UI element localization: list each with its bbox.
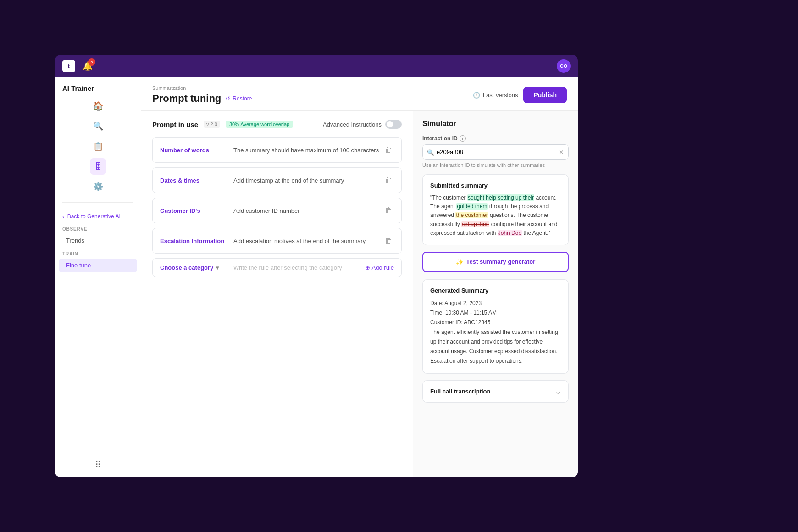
back-to-generative-ai[interactable]: ‹ Back to Generative AI	[55, 210, 141, 223]
rule-desc-customer-ids: Add customer ID number	[233, 207, 383, 214]
rule-input-placeholder: Write the rule after selecting the categ…	[233, 264, 365, 271]
full-call-transcription-row[interactable]: Full call transcription ⌄	[422, 380, 569, 403]
category-select[interactable]: Choose a category ▾	[160, 264, 233, 271]
sidebar-icon-ai[interactable]: 🎛	[90, 158, 106, 175]
notification-bell[interactable]: 🔔 8	[83, 61, 93, 71]
rule-name-escalation: Escalation Information	[160, 238, 233, 244]
plus-icon: ⊕	[365, 264, 370, 271]
sidebar-bottom: ⠿	[55, 452, 141, 477]
transcription-label: Full call transcription	[430, 388, 490, 395]
rule-desc-number-of-words: The summary should have maximum of 100 c…	[233, 147, 383, 154]
generated-line-3: Customer ID: ABC12345	[430, 318, 561, 327]
sidebar-title: AI Trainer	[55, 84, 141, 98]
info-icon: i	[460, 135, 466, 142]
generated-line-1: Date: August 2, 2023	[430, 299, 561, 308]
submitted-summary-title: Submitted summary	[430, 182, 561, 189]
category-chevron-icon: ▾	[216, 265, 219, 271]
highlight-green-1: sought help setting up their	[467, 194, 534, 201]
grid-icon[interactable]: ⠿	[95, 460, 101, 470]
simulator-title: Simulator	[422, 120, 569, 128]
search-input-wrap: 🔍 ✕	[422, 144, 569, 160]
train-section-label: TRAIN	[55, 248, 141, 258]
submitted-summary-card: Submitted summary "The customer sought h…	[422, 174, 569, 245]
body-area: Prompt in use v 2.0 30% Average word ove…	[141, 111, 578, 477]
observe-section-label: OBSERVE	[55, 223, 141, 233]
sidebar-item-fine-tune[interactable]: Fine tune	[59, 259, 137, 272]
highlight-yellow-1: the customer	[455, 212, 488, 218]
rule-row-number-of-words: Number of words The summary should have …	[152, 137, 402, 163]
submitted-summary-text: "The customer sought help setting up the…	[430, 194, 561, 238]
category-row: Choose a category ▾ Write the rule after…	[152, 258, 402, 277]
back-arrow-icon: ‹	[62, 213, 65, 220]
sidebar-icon-search[interactable]: 🔍	[90, 118, 106, 134]
app-layout: AI Trainer 🏠 🔍 📋 🎛 ⚙️ ‹ Back to Generati…	[55, 77, 578, 477]
sparkle-icon: ✨	[456, 258, 464, 266]
advanced-instructions-toggle[interactable]	[385, 120, 402, 129]
rule-delete-escalation[interactable]: 🗑	[383, 235, 394, 247]
search-input[interactable]	[422, 144, 569, 160]
text-after-pink1: the Agent."	[522, 230, 550, 236]
highlight-green-2: guided them	[456, 203, 488, 210]
rule-name-number-of-words: Number of words	[160, 147, 233, 154]
text-before-green1: "The customer	[430, 194, 467, 201]
rule-name-dates-times: Dates & times	[160, 177, 233, 184]
clock-icon: 🕐	[473, 92, 480, 99]
main-content: Summarization Prompt tuning ↺ Restore 🕐 …	[141, 77, 578, 477]
clear-button[interactable]: ✕	[559, 149, 564, 156]
prompt-header: Prompt in use v 2.0 30% Average word ove…	[152, 120, 402, 129]
advanced-instructions: Advanced Instructions	[323, 120, 402, 129]
notification-badge: 8	[88, 58, 95, 66]
sidebar-icon-home[interactable]: 🏠	[90, 98, 106, 114]
sidebar-item-trends[interactable]: Trends	[59, 234, 137, 247]
simulator-panel: Simulator Interaction ID i 🔍 ✕ Use an In…	[413, 111, 578, 477]
main-header: Summarization Prompt tuning ↺ Restore 🕐 …	[141, 77, 578, 111]
highlight-strikethrough-1: set up their	[461, 221, 489, 227]
test-summary-generator-button[interactable]: ✨ Test summary generator	[422, 252, 569, 272]
highlight-pink-1: John Doe	[498, 230, 522, 236]
header-right: 🕐 Last versions Publish	[473, 87, 567, 103]
sidebar-icon-list[interactable]: 📋	[90, 138, 106, 155]
chevron-down-icon: ⌄	[555, 387, 561, 396]
interaction-id-label: Interaction ID i	[422, 135, 569, 142]
rule-row-escalation: Escalation Information Add escalation mo…	[152, 228, 402, 254]
generated-summary-section: Generated Summary Date: August 2, 2023 T…	[422, 279, 569, 374]
add-rule-button[interactable]: ⊕ Add rule	[365, 264, 394, 271]
rule-desc-escalation: Add escalation motives at the end of the…	[233, 238, 383, 244]
generated-line-2: Time: 10:30 AM - 11:15 AM	[430, 308, 561, 318]
generated-line-4: The agent efficiently assisted the custo…	[430, 327, 561, 366]
sidebar-icon-settings[interactable]: ⚙️	[90, 178, 106, 195]
rule-delete-number-of-words[interactable]: 🗑	[383, 144, 394, 156]
publish-button[interactable]: Publish	[523, 87, 567, 103]
search-icon: 🔍	[427, 149, 434, 155]
generated-summary-title: Generated Summary	[430, 287, 561, 294]
rule-delete-dates-times[interactable]: 🗑	[383, 174, 394, 186]
rule-name-customer-ids: Customer ID's	[160, 207, 233, 214]
restore-icon: ↺	[226, 95, 230, 102]
app-logo: t	[62, 60, 75, 72]
last-versions-button[interactable]: 🕐 Last versions	[473, 92, 518, 99]
rule-row-dates-times: Dates & times Add timestamp at the end o…	[152, 167, 402, 193]
prompt-in-use-label: Prompt in use	[152, 121, 198, 128]
hint-text: Use an Interaction ID to simulate with o…	[422, 162, 569, 168]
generated-summary-text: Date: August 2, 2023 Time: 10:30 AM - 11…	[430, 299, 561, 366]
topbar: t 🔔 8 CO	[55, 55, 578, 77]
avatar[interactable]: CO	[557, 59, 571, 73]
restore-button[interactable]: ↺ Restore	[226, 95, 252, 102]
rule-delete-customer-ids[interactable]: 🗑	[383, 205, 394, 216]
rule-desc-dates-times: Add timestamp at the end of the summary	[233, 177, 383, 184]
page-title: Prompt tuning ↺ Restore	[152, 93, 252, 105]
overlap-badge[interactable]: 30% Average word overlap	[226, 121, 293, 128]
prompt-panel: Prompt in use v 2.0 30% Average word ove…	[141, 111, 413, 477]
version-badge: v 2.0	[204, 121, 220, 128]
sidebar: AI Trainer 🏠 🔍 📋 🎛 ⚙️ ‹ Back to Generati…	[55, 77, 141, 477]
breadcrumb: Summarization	[152, 85, 252, 91]
rule-row-customer-ids: Customer ID's Add customer ID number 🗑	[152, 198, 402, 223]
header-left: Summarization Prompt tuning ↺ Restore	[152, 85, 252, 105]
sidebar-nav-icons: 🏠 🔍 📋 🎛 ⚙️	[62, 98, 133, 203]
